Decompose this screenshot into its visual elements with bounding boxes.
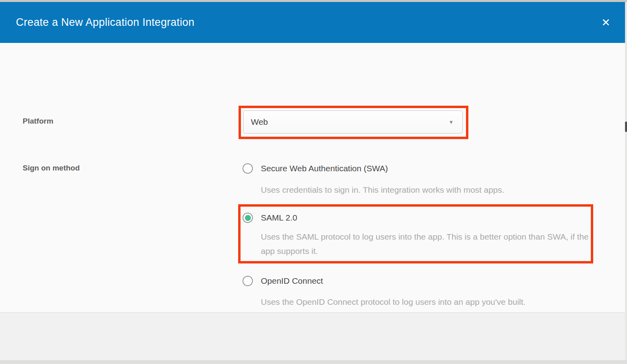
window-bottom-edge: [0, 360, 627, 364]
chevron-down-icon: ▼: [448, 119, 454, 125]
platform-select[interactable]: Web ▼: [243, 110, 463, 134]
platform-label: Platform: [23, 117, 53, 126]
radio-swa-description: Uses credentials to sign in. This integr…: [261, 183, 504, 197]
scrollbar-track[interactable]: [625, 2, 627, 360]
radio-saml-description: Uses the SAML protocol to log users into…: [261, 230, 593, 258]
radio-openid-description: Uses the OpenID Connect protocol to log …: [261, 295, 526, 309]
radio-swa[interactable]: [243, 163, 253, 174]
radio-openid-label[interactable]: OpenID Connect: [261, 276, 323, 286]
close-icon[interactable]: ✕: [601, 2, 610, 43]
radio-saml-label[interactable]: SAML 2.0: [261, 213, 297, 223]
radio-openid[interactable]: [243, 276, 253, 286]
modal-body: Platform Web ▼ Sign on method Secure Web…: [0, 43, 627, 312]
modal-footer: Create Cancel: [0, 312, 627, 360]
radio-saml[interactable]: [243, 213, 253, 223]
modal-title: Create a New Application Integration: [16, 2, 194, 43]
create-app-integration-modal: Create a New Application Integration ✕ P…: [0, 0, 627, 364]
scrollbar-thumb[interactable]: [625, 122, 627, 132]
radio-swa-label[interactable]: Secure Web Authentication (SWA): [261, 164, 388, 173]
sign-on-method-label: Sign on method: [23, 164, 80, 172]
modal-header: Create a New Application Integration ✕: [0, 2, 627, 43]
platform-select-value: Web: [251, 117, 268, 127]
